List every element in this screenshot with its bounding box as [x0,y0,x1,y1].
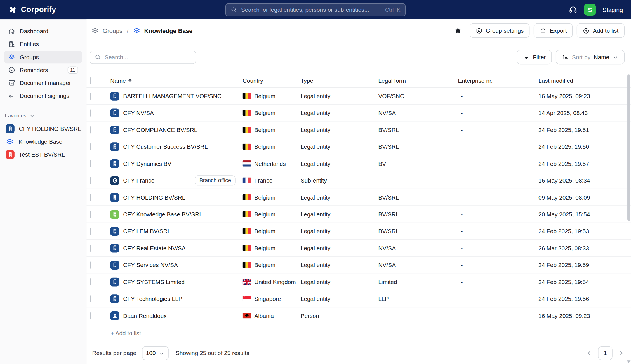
layers-icon [8,53,15,61]
column-header-country: Country [243,77,301,84]
table-row-cfy-france[interactable]: CFY France Branch office France Sub-enti… [86,172,631,189]
building-icon [110,210,119,219]
sort-icon [562,54,569,60]
table-row-cfy-services-nv-sa[interactable]: CFY Services NV/SA Belgium Legal entity … [86,257,631,273]
favorite-item-test-est-bv-srl[interactable]: Test EST BV/SRL [4,148,82,160]
row-checkbox[interactable] [90,92,91,100]
topbar: Corporify Ctrl+K S Staging [0,0,631,19]
table-row-cfy-real-estate-nv-sa[interactable]: CFY Real Estate NV/SA Belgium Legal enti… [86,240,631,257]
table-toolbar: Filter Sort by Name [86,42,631,74]
table-row-bartelli-management-vof-snc[interactable]: BARTELLI MANAGEMENT VOF/SNC Belgium Lega… [86,88,631,105]
user-avatar[interactable]: S [584,4,596,16]
shortcut-hint: Ctrl+K [385,7,401,13]
table-header: Name Country Type Legal form Enterprise … [86,74,631,88]
row-checkbox[interactable] [90,228,91,235]
group-settings-button[interactable]: Group settings [470,23,530,38]
breadcrumb: Groups / Knowledge Base [91,27,193,34]
building-icon [110,108,119,117]
search-icon [230,6,237,13]
country-flag [243,262,251,268]
table-row-cfy-systems-limited[interactable]: CFY SYSTEMS Limited United Kingdom Legal… [86,273,631,290]
global-search-input[interactable] [241,6,381,13]
support-headset-icon[interactable] [569,5,578,14]
row-checkbox[interactable] [90,126,91,133]
sidebar-item-document-manager[interactable]: Document manager [4,76,82,89]
table-row-cfy-customer-success-bv-srl[interactable]: CFY Customer Success BV/SRL Belgium Lega… [86,138,631,155]
building-icon [110,277,119,286]
sort-value: Name [594,54,609,60]
archive-icon [8,79,15,86]
search-icon [95,54,101,60]
add-to-list-link[interactable]: + Add to list [111,330,141,336]
column-header-type: Type [301,77,378,84]
column-header-enterprise-nr: Enterprise nr. [458,77,538,84]
row-checkbox[interactable] [90,211,91,218]
topbar-right: S Staging [569,4,623,16]
sidebar-item-reminders[interactable]: Reminders 11 [4,63,82,76]
favorite-item-cfy-holding-bv-srl[interactable]: CFY HOLDING BV/SRL [4,123,82,135]
table-row-cfy-holding-bv-srl[interactable]: CFY HOLDING BV/SRL Belgium Legal entity … [86,189,631,206]
chevron-left-icon[interactable] [586,350,592,356]
table-search[interactable] [90,51,196,64]
sidebar-item-groups[interactable]: Groups [4,51,82,63]
building-icon [110,125,119,134]
column-header-legal-form: Legal form [378,77,458,84]
results-per-page-select[interactable]: 100 [142,346,168,360]
row-checkbox[interactable] [90,312,91,319]
star-icon [454,27,462,35]
select-all-checkbox[interactable] [90,77,91,84]
favorite-item-knowledge-base[interactable]: Knowledge Base [4,136,82,148]
row-checkbox[interactable] [90,194,91,201]
favorites-toggle[interactable]: Favorites [5,113,82,119]
signature-icon [8,92,15,99]
showing-results-text: Showing 25 out of 25 results [176,350,249,356]
row-checkbox[interactable] [90,160,91,167]
results-per-page-label: Results per page [92,350,136,356]
row-checkbox[interactable] [90,143,91,150]
building-icon [6,150,15,159]
column-header-name[interactable]: Name [105,77,243,84]
scrollbar-thumb[interactable] [627,74,630,221]
global-search[interactable]: Ctrl+K [225,3,406,16]
check-circle-icon [8,66,15,74]
sidebar-item-dashboard[interactable]: Dashboard [4,25,82,38]
chevron-down-icon [158,350,164,356]
chevron-right-icon[interactable] [618,350,625,356]
add-to-list-button[interactable]: Add to list [577,23,625,38]
row-checkbox[interactable] [90,295,91,302]
page-number[interactable]: 1 [598,346,613,360]
scroll-down-arrow[interactable] [627,360,630,363]
table-row-cfy-knowledge-base-bv-srl[interactable]: CFY Knowledge Base BV/SRL Belgium Legal … [86,206,631,223]
filter-button[interactable]: Filter [517,50,552,64]
breadcrumb-groups-link[interactable]: Groups [103,27,123,34]
row-checkbox[interactable] [90,244,91,252]
sort-button[interactable]: Sort by Name [556,50,624,64]
table-row-cfy-lem-bv-srl[interactable]: CFY LEM BV/SRL Belgium Legal entity BV/S… [86,223,631,240]
row-checkbox[interactable] [90,109,91,117]
country-flag [243,110,251,116]
table-row-cfy-dynamics-bv[interactable]: CFY Dynamics BV Netherlands Legal entity… [86,155,631,172]
upload-icon [540,27,547,34]
table-row-cfy-technologies-llp[interactable]: CFY Technologies LLP Singapore Legal ent… [86,290,631,307]
table-row-daan-renaldoux[interactable]: Daan Renaldoux Albania Person - - 16 May… [86,307,631,324]
sidebar-item-document-signings[interactable]: Document signings [4,89,82,102]
table-row-cfy-nv-sa[interactable]: CFY NV/SA Belgium Legal entity NV/SA - 1… [86,105,631,121]
table-body: BARTELLI MANAGEMENT VOF/SNC Belgium Lega… [86,88,631,324]
main-content: Groups / Knowledge Base Group settings [86,19,631,364]
nut-icon [476,27,482,34]
country-flag [243,296,251,302]
brand-name: Corporify [21,5,56,14]
table-footer: Results per page 100 Showing 25 out of 2… [86,342,631,364]
brand-logo[interactable]: Corporify [8,5,56,14]
row-checkbox[interactable] [90,177,91,184]
row-checkbox[interactable] [90,261,91,268]
country-flag [243,211,251,217]
building-icon [110,227,119,236]
table-row-cfy-compliance-bv-srl[interactable]: CFY COMPLIANCE BV/SRL Belgium Legal enti… [86,122,631,138]
export-button[interactable]: Export [534,23,573,38]
table-search-input[interactable] [105,54,191,60]
country-flag [243,228,251,234]
favorite-star-button[interactable] [452,25,464,37]
row-checkbox[interactable] [90,278,91,285]
sidebar-item-entities[interactable]: Entities [4,38,82,51]
